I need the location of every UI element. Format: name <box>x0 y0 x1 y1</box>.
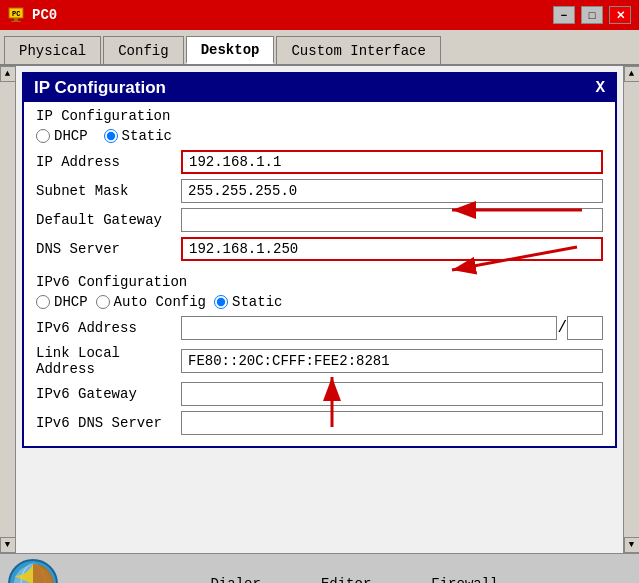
dhcp-radio[interactable] <box>36 129 50 143</box>
editor-icon-item[interactable]: Editor <box>321 576 371 584</box>
ip-address-row: IP Address <box>36 150 603 174</box>
prefix-length-input[interactable] <box>567 316 603 340</box>
tab-physical[interactable]: Physical <box>4 36 101 64</box>
dhcp-label: DHCP <box>54 128 88 144</box>
static-radio[interactable] <box>104 129 118 143</box>
right-scroll-down[interactable]: ▼ <box>624 537 640 553</box>
ipv6-auto-radio[interactable] <box>96 295 110 309</box>
ipv6-static-radio[interactable] <box>214 295 228 309</box>
title-bar-left: PC PC0 <box>8 6 57 24</box>
static-radio-item[interactable]: Static <box>104 128 172 144</box>
ip-config-body: IP Configuration DHCP Static <box>24 102 615 446</box>
tab-config[interactable]: Config <box>103 36 183 64</box>
ipv6-gateway-input[interactable] <box>181 382 603 406</box>
left-scrollbar[interactable]: ▲ ▼ <box>0 66 16 553</box>
content-area: IP Configuration X IP Configuration DHCP <box>16 66 623 553</box>
tab-desktop[interactable]: Desktop <box>186 36 275 64</box>
ipv6-dns-row: IPv6 DNS Server <box>36 411 603 435</box>
device-icon-area <box>4 558 62 584</box>
ipv6-address-row: IPv6 Address / <box>36 316 603 340</box>
main-area: ▲ ▼ IP Configuration X IP Configuration <box>0 66 639 553</box>
ip-config-title-label: IP Configuration <box>34 78 166 98</box>
scroll-down-arrow[interactable]: ▼ <box>0 537 16 553</box>
right-scrollbar[interactable]: ▲ ▼ <box>623 66 639 553</box>
app-icon: PC <box>8 6 26 24</box>
svg-rect-2 <box>11 21 21 22</box>
subnet-mask-input[interactable] <box>181 179 603 203</box>
ip-config-panel: IP Configuration X IP Configuration DHCP <box>22 72 617 448</box>
title-bar: PC PC0 − □ ✕ <box>0 0 639 30</box>
bottom-bar: Dialer Editor Firewall <box>0 553 639 583</box>
right-scroll-up[interactable]: ▲ <box>624 66 640 82</box>
default-gateway-input[interactable] <box>181 208 603 232</box>
ipv6-gateway-label: IPv6 Gateway <box>36 386 181 402</box>
ipv6-dhcp-item[interactable]: DHCP <box>36 294 88 310</box>
subnet-mask-row: Subnet Mask <box>36 179 603 203</box>
editor-label: Editor <box>321 576 371 584</box>
ipv6-static-item[interactable]: Static <box>214 294 282 310</box>
dhcp-radio-item[interactable]: DHCP <box>36 128 88 144</box>
ipv6-static-label: Static <box>232 294 282 310</box>
firewall-icon-item[interactable]: Firewall <box>431 576 498 584</box>
dns-server-row: DNS Server <box>36 237 603 261</box>
ipv4-section-label: IP Configuration <box>36 108 603 124</box>
scroll-up-arrow[interactable]: ▲ <box>0 66 16 82</box>
ipv6-dhcp-label: DHCP <box>54 294 88 310</box>
link-local-label: Link Local Address <box>36 345 181 377</box>
ipv6-address-input[interactable] <box>181 316 557 340</box>
ip-config-wrapper: IP Configuration X IP Configuration DHCP <box>22 72 617 448</box>
dns-server-input[interactable] <box>181 237 603 261</box>
bottom-icons: Dialer Editor Firewall <box>74 558 635 583</box>
svg-rect-1 <box>14 18 18 21</box>
dialer-icon-item[interactable]: Dialer <box>210 576 260 584</box>
svg-text:PC: PC <box>12 10 20 18</box>
ip-address-input[interactable] <box>181 150 603 174</box>
close-button[interactable]: ✕ <box>609 6 631 24</box>
tab-custom-interface[interactable]: Custom Interface <box>276 36 440 64</box>
ipv6-dns-input[interactable] <box>181 411 603 435</box>
ip-address-label: IP Address <box>36 154 181 170</box>
window-title: PC0 <box>32 7 57 23</box>
firewall-label: Firewall <box>431 576 498 584</box>
ipv6-dns-label: IPv6 DNS Server <box>36 415 181 431</box>
prefix-slash: / <box>557 319 567 337</box>
ip-config-close-button[interactable]: X <box>595 79 605 97</box>
tab-bar: Physical Config Desktop Custom Interface <box>0 30 639 66</box>
title-controls: − □ ✕ <box>553 6 631 24</box>
maximize-button[interactable]: □ <box>581 6 603 24</box>
subnet-mask-label: Subnet Mask <box>36 183 181 199</box>
default-gateway-label: Default Gateway <box>36 212 181 228</box>
ipv6-auto-item[interactable]: Auto Config <box>96 294 206 310</box>
static-label: Static <box>122 128 172 144</box>
ipv6-gateway-row: IPv6 Gateway <box>36 382 603 406</box>
pc-device-icon <box>4 558 62 584</box>
link-local-input[interactable] <box>181 349 603 373</box>
ipv6-dhcp-radio[interactable] <box>36 295 50 309</box>
ipv6-address-label: IPv6 Address <box>36 320 181 336</box>
link-local-row: Link Local Address <box>36 345 603 377</box>
ipv6-mode-row: DHCP Auto Config Static <box>36 294 603 310</box>
ipv6-auto-label: Auto Config <box>114 294 206 310</box>
minimize-button[interactable]: − <box>553 6 575 24</box>
ip-config-titlebar: IP Configuration X <box>24 74 615 102</box>
ipv4-mode-row: DHCP Static <box>36 128 603 144</box>
dns-server-label: DNS Server <box>36 241 181 257</box>
default-gateway-row: Default Gateway <box>36 208 603 232</box>
dialer-label: Dialer <box>210 576 260 584</box>
ipv6-section-label: IPv6 Configuration <box>36 274 603 290</box>
